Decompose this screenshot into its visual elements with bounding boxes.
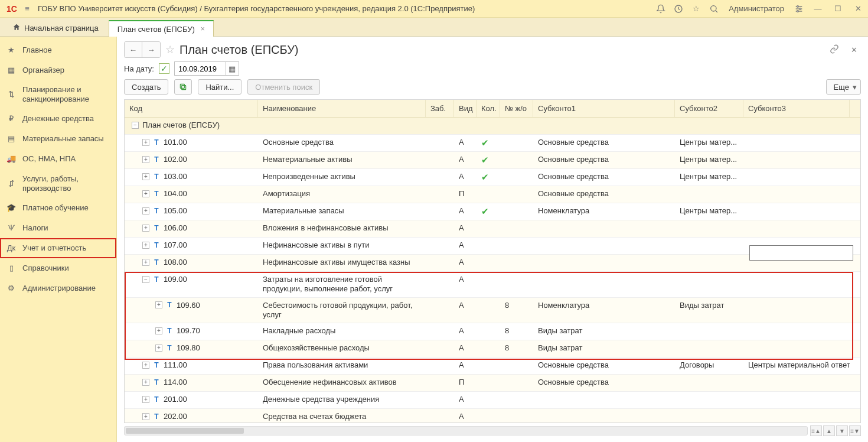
account-name: Затраты на изготовление готовой продукци… [258, 275, 426, 294]
cell-s2: Центры матер... [675, 138, 743, 147]
search-icon[interactable] [709, 4, 719, 14]
table-body[interactable]: План счетов (ЕПСБУ) Т101.00Основные сред… [125, 118, 860, 422]
date-label: На дату: [124, 64, 154, 73]
expand-icon[interactable] [142, 413, 149, 420]
sidebar-item-main[interactable]: ★Главное [0, 40, 116, 60]
col-s1[interactable]: Субконто1 [533, 100, 675, 117]
sidebar-item-services[interactable]: ⇵Услуги, работы, производство [0, 170, 116, 199]
nav-forward-button[interactable]: → [142, 42, 160, 57]
sidebar-item-inventory[interactable]: ▤Материальные запасы [0, 129, 116, 150]
expand-icon[interactable] [142, 156, 149, 163]
create-button[interactable]: Создать [124, 79, 168, 95]
table-row[interactable]: Т109.00Затраты на изготовление готовой п… [125, 272, 860, 298]
table-row[interactable]: Т103.00Непроизведенные активыА✔Основные … [125, 169, 860, 186]
table-row[interactable]: Т109.60Себестоимость готовой продукции, … [125, 298, 860, 324]
prev-row-button[interactable]: ▲ [823, 425, 835, 436]
expand-icon[interactable] [142, 173, 149, 180]
table-row[interactable]: Т108.00Нефинансовые активы имущества каз… [125, 255, 860, 272]
history-icon[interactable] [673, 4, 684, 14]
settings-icon[interactable] [794, 4, 804, 14]
cell-s1: Номенклатура [533, 301, 675, 310]
nav-back-button[interactable]: ← [125, 42, 142, 57]
table-row[interactable]: Т106.00Вложения в нефинансовые активыА [125, 220, 860, 238]
collapse-icon[interactable] [132, 122, 139, 129]
col-vid[interactable]: Вид [454, 100, 477, 117]
close-icon[interactable]: × [201, 25, 205, 33]
table-row[interactable]: Т104.00АмортизацияПОсновные средства [125, 186, 860, 203]
col-jo[interactable]: № ж/о [500, 100, 533, 117]
col-s3[interactable]: Субконто3 [743, 100, 850, 117]
expand-icon[interactable] [155, 327, 162, 334]
expand-icon[interactable] [142, 242, 149, 249]
copy-button[interactable] [174, 79, 192, 95]
table-row[interactable]: Т101.00Основные средстваА✔Основные средс… [125, 135, 860, 152]
table-row[interactable]: Т102.00Нематериальные активыА✔Основные с… [125, 152, 860, 169]
sidebar-item-assets[interactable]: 🚚ОС, НМА, НПА [0, 150, 116, 170]
maximize-button[interactable]: ☐ [831, 4, 844, 13]
close-button[interactable]: ✕ [851, 4, 864, 13]
expand-icon[interactable] [142, 225, 149, 232]
col-zab[interactable]: Заб. [426, 100, 454, 117]
expand-icon[interactable] [142, 207, 149, 214]
sidebar-item-planning[interactable]: ⇅Планирование и санкционирование [0, 80, 116, 109]
sidebar-item-money[interactable]: ₽Денежные средства [0, 109, 116, 129]
calendar-icon[interactable]: ▦ [226, 62, 239, 75]
sidebar-item-organizer[interactable]: ▦Органайзер [0, 60, 116, 80]
calendar-icon: ▦ [6, 65, 17, 76]
expand-icon[interactable] [155, 301, 162, 308]
table-row[interactable]: Т105.00Материальные запасыА✔Номенклатура… [125, 203, 860, 220]
group-label: План счетов (ЕПСБУ) [142, 121, 220, 129]
expand-icon[interactable] [142, 276, 149, 283]
link-icon[interactable] [826, 44, 843, 56]
account-code: 111.00 [164, 360, 187, 369]
expand-icon[interactable] [142, 396, 149, 403]
date-input[interactable]: ▦ [174, 61, 239, 76]
table-group-row[interactable]: План счетов (ЕПСБУ) [125, 118, 860, 135]
table-row[interactable]: Т109.80Общехозяйственные расходыА8Виды з… [125, 340, 860, 358]
date-field[interactable] [175, 62, 226, 75]
expand-icon[interactable] [142, 259, 149, 266]
cell-s1: Виды затрат [533, 343, 675, 352]
find-button[interactable]: Найти... [198, 79, 242, 95]
expand-icon[interactable] [142, 190, 149, 197]
horizontal-scrollbar[interactable] [124, 426, 808, 436]
expand-icon[interactable] [142, 379, 149, 386]
table-row[interactable]: Т201.00Денежные средства учрежденияА [125, 392, 860, 409]
date-enabled-checkbox[interactable]: ✓ [159, 63, 169, 74]
tab-home[interactable]: Начальная страница [4, 20, 107, 36]
star-icon[interactable]: ☆ [691, 4, 701, 14]
table-row[interactable]: Т111.00Права пользования активамиАОсновн… [125, 358, 860, 375]
sidebar-item-taxes[interactable]: ѰНалоги [0, 218, 116, 238]
table-row[interactable]: Т202.00Средства на счетах бюджетаА [125, 409, 860, 422]
table-row[interactable]: Т109.70Накладные расходыА8Виды затрат [125, 323, 860, 340]
expand-icon[interactable] [155, 344, 162, 352]
col-code[interactable]: Код [125, 100, 258, 117]
cell-kol: ✔ [477, 172, 500, 183]
sidebar-item-catalogs[interactable]: ▯Справочники [0, 258, 116, 278]
education-icon: 🎓 [6, 203, 17, 213]
expand-icon[interactable] [142, 139, 149, 146]
sidebar-item-accounting[interactable]: ДкУчет и отчетность [0, 238, 116, 258]
account-code: 109.00 [164, 275, 187, 284]
accounting-icon: Дк [6, 243, 17, 254]
sidebar-item-admin[interactable]: ⚙Администрирование [0, 278, 116, 298]
more-button[interactable]: Еще▾ [826, 79, 861, 95]
page-title: План счетов (ЕПСБУ) [180, 43, 299, 57]
last-row-button[interactable]: ≡▼ [849, 425, 861, 436]
table-row[interactable]: Т107.00Нефинансовые активы в путиА [125, 238, 860, 255]
bell-icon[interactable] [655, 4, 666, 14]
col-name[interactable]: Наименование [258, 100, 426, 117]
cell-s2: Центры матер... [675, 172, 743, 181]
next-row-button[interactable]: ▼ [836, 425, 848, 436]
first-row-button[interactable]: ≡▲ [810, 425, 822, 436]
main-menu-icon[interactable]: ≡ [20, 4, 34, 13]
table-row[interactable]: Т114.00Обесценение нефинансовых активовП… [125, 375, 860, 392]
sidebar-item-education[interactable]: 🎓Платное обучение [0, 198, 116, 218]
expand-icon[interactable] [142, 362, 149, 369]
favorite-icon[interactable]: ☆ [165, 43, 175, 56]
col-s2[interactable]: Субконто2 [675, 100, 743, 117]
tab-chart-of-accounts[interactable]: План счетов (ЕПСБУ) × [109, 20, 214, 37]
close-page-icon[interactable]: ✕ [847, 46, 861, 54]
minimize-button[interactable]: — [811, 4, 824, 13]
col-kol[interactable]: Кол. [477, 100, 500, 117]
